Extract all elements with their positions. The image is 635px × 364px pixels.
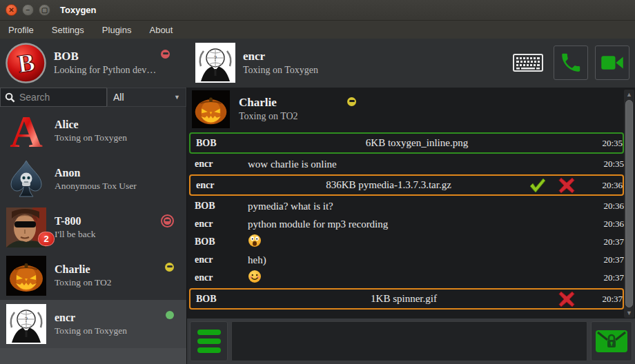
video-call-button[interactable] [595, 46, 629, 80]
menu-plugins[interactable]: Plugins [102, 25, 132, 35]
contact-status-message: Toxing on Toxygen [55, 325, 127, 337]
unread-count-badge: 2 [38, 232, 55, 246]
sidebar: All ▼ A Alice Toxing on Toxygen [0, 88, 186, 364]
message-row: encr 20:37 [189, 269, 624, 287]
minimize-window-icon[interactable]: − [22, 4, 34, 16]
scroll-down-icon[interactable]: ▼ [626, 308, 632, 318]
file-name: 836KB pymedia-1.3.7.3.tar.gz [249, 179, 528, 191]
message-emoji [248, 234, 586, 250]
chat-scrollbar[interactable]: ▲ ▼ [624, 90, 634, 318]
message-text: wow charlie is online [248, 159, 586, 170]
maximize-window-icon[interactable]: ▢ [39, 4, 50, 16]
contact-item-anon[interactable]: Anon Anonymous Tox User [0, 155, 186, 203]
message-row: BOB pymedia? what is it? 20:36 [189, 197, 624, 215]
menu-settings[interactable]: Settings [52, 25, 84, 35]
top-panel: B BOB Looking for Python dev… ? [0, 39, 635, 88]
message-row: encr python module for mp3 recording 20:… [189, 215, 624, 233]
message-sender: encr [189, 159, 248, 170]
message-sender: encr [190, 180, 249, 191]
message-sender: encr [189, 254, 248, 265]
message-row: encr wow charlie is online 20:35 [189, 155, 624, 173]
message-time: 20:35 [586, 159, 624, 170]
contact-item-encr[interactable]: ? encr Toxing on Toxygen [0, 300, 186, 348]
chevron-down-icon: ▼ [174, 94, 180, 101]
toxygen-window: ✕ − ▢ Toxygen Profile Settings Plugins A… [0, 0, 635, 364]
chat-header: Charlie Toxing on TO2 [187, 88, 635, 130]
shocked-face-emoji-icon [248, 234, 262, 247]
message-sender: BOB [189, 236, 248, 247]
message-input-bar [187, 318, 635, 364]
contact-status-message: Toxing on TO2 [55, 276, 112, 289]
contact-item-alice[interactable]: A Alice Toxing on Toxygen [0, 107, 186, 155]
chat-pane: Charlie Toxing on TO2 BOB 6KB toxygen_in… [186, 88, 635, 364]
keyboard-icon [513, 54, 543, 72]
message-time: 20:36 [585, 180, 623, 191]
contact-name: T-800 [55, 214, 95, 228]
contact-status-message: Anonymous Tox User [55, 180, 137, 192]
contact-name: Anon [55, 166, 137, 180]
contact-name: Alice [55, 118, 127, 132]
message-input[interactable] [231, 321, 587, 361]
contact-filter-dropdown[interactable]: All ▼ [107, 88, 186, 107]
self-name[interactable]: BOB [54, 50, 156, 63]
search-box[interactable] [0, 88, 107, 107]
file-transfer-row: BOB 1KB spinner.gif 20:37 [189, 288, 624, 310]
file-name: 6KB toxygen_inline.png [249, 137, 585, 149]
peer-name: encr [243, 50, 318, 63]
scroll-up-icon[interactable]: ▲ [626, 90, 632, 99]
message-sender: encr [189, 272, 248, 283]
message-time: 20:37 [585, 294, 623, 305]
audio-call-button[interactable] [554, 46, 588, 80]
screen-keyboard-button[interactable] [512, 54, 544, 72]
self-status-message[interactable]: Looking for Python dev… [54, 63, 156, 77]
chat-peer-status-message: Toxing on TO2 [239, 110, 298, 123]
menu-about[interactable]: About [149, 25, 173, 35]
phone-icon [559, 51, 583, 74]
peer-avatar: ? [195, 43, 235, 83]
alice-avatar: A [6, 111, 46, 151]
svg-text:?: ? [25, 316, 28, 323]
scrollbar-thumb[interactable] [625, 100, 633, 307]
chat-peer-name: Charlie [239, 95, 298, 110]
close-window-icon[interactable]: ✕ [6, 4, 17, 16]
encr-avatar: ? [6, 304, 46, 344]
search-icon [5, 92, 15, 103]
message-text: pymedia? what is it? [248, 201, 586, 212]
menu-profile[interactable]: Profile [8, 25, 34, 35]
message-time: 20:36 [586, 201, 624, 212]
peer-status-message: Toxing on Toxygen [243, 63, 318, 77]
search-input[interactable] [19, 92, 95, 103]
message-sender: BOB [190, 138, 249, 149]
message-row: BOB 20:37 [189, 233, 624, 251]
message-time: 20:35 [585, 138, 623, 149]
self-busy-status-icon[interactable] [161, 50, 170, 59]
file-transfer-row: BOB 6KB toxygen_inline.png 20:35 [189, 132, 624, 154]
titlebar: ✕ − ▢ Toxygen [0, 0, 635, 21]
message-text: heh) [248, 254, 586, 266]
busy-new-message-status-icon [161, 214, 174, 228]
window-title: Toxygen [60, 5, 97, 15]
decline-file-icon[interactable] [558, 291, 575, 307]
contact-item-t800[interactable]: 2 T-800 I'll be back [0, 203, 186, 252]
send-message-button[interactable] [591, 321, 632, 361]
self-avatar[interactable]: B [6, 43, 46, 83]
charlie-avatar [6, 256, 46, 296]
smiling-face-emoji-icon [248, 270, 262, 283]
attachment-menu-button[interactable] [190, 321, 228, 361]
video-camera-icon [600, 52, 625, 73]
away-status-icon [165, 263, 174, 272]
contact-item-charlie[interactable]: Charlie Toxing on TO2 [0, 252, 186, 300]
message-time: 20:37 [586, 236, 624, 247]
message-sender: BOB [189, 201, 248, 212]
svg-text:?: ? [214, 54, 217, 62]
sidebar-filler [0, 348, 186, 364]
accept-file-icon[interactable] [528, 177, 546, 194]
message-time: 20:36 [586, 219, 624, 230]
contact-name: Charlie [55, 263, 112, 276]
message-row: encr heh) 20:37 [189, 251, 624, 269]
file-name: 1KB spinner.gif [249, 293, 558, 305]
contact-status-message: I'll be back [55, 228, 95, 241]
message-list: BOB 6KB toxygen_inline.png 20:35 encr wo… [187, 130, 635, 318]
message-sender: encr [189, 219, 248, 230]
decline-file-icon[interactable] [558, 177, 575, 194]
